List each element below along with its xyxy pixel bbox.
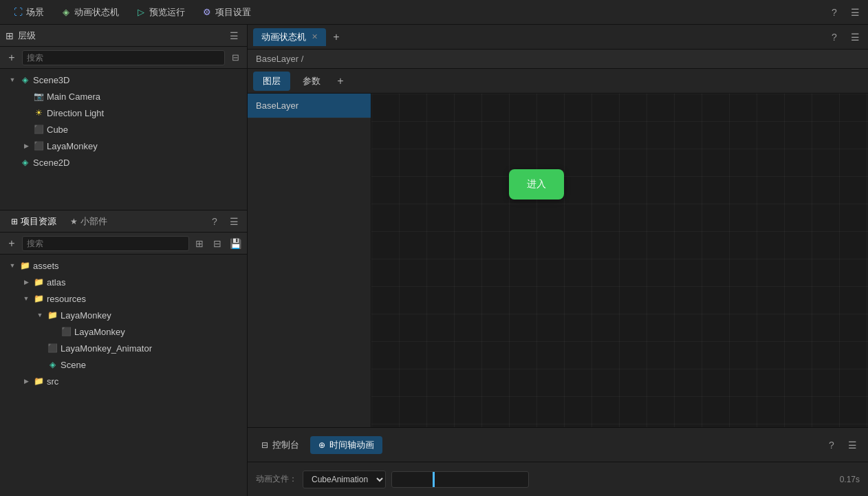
anim-menu-btn[interactable]: ☰ [847,30,862,45]
canvas-grid [371,94,868,427]
layamonkey-folder-icon: 📁 [47,310,58,321]
layamonkey-label: LayaMonkey [47,141,98,151]
bottom-right: ? ☰ [816,438,868,453]
hierarchy-menu-btn[interactable]: ☰ [226,28,241,43]
top-bar-right: ? ☰ [827,5,862,20]
layamonkey-icon: ⬛ [33,140,44,151]
hierarchy-title-text: 层级 [18,30,36,42]
project-add-btn[interactable]: + [4,236,19,251]
arrow-resources: ▼ [22,294,30,303]
scene-btn[interactable]: ⛶ 场景 [6,3,51,21]
project-search-input[interactable] [22,236,189,251]
tab-timeline[interactable]: ⊕ 时间轴动画 [310,436,382,454]
project-resources-label: 项目资源 [21,215,56,228]
project-section: ⊞ 项目资源 ★ 小部件 ? ☰ + ⊞ ⊟ 💾 [0,211,247,496]
tree-item-resources[interactable]: ▼ 📁 resources [0,290,247,307]
tree-item-scene-file[interactable]: ▶ ◈ Scene [0,356,247,373]
left-panel: ⊞ 层级 ☰ + ⊟ ▼ ◈ Scene3D [0,25,248,496]
tab-console[interactable]: ⊟ 控制台 [253,436,307,454]
tree-item-assets[interactable]: ▼ 📁 assets [0,257,247,274]
tree-item-src[interactable]: ▶ 📁 src [0,373,247,389]
breadcrumb: BaseLayer / [248,50,868,69]
main-camera-icon: 📷 [33,91,44,102]
tree-item-animator[interactable]: ▶ ⬛ LayaMonkey_Animator [0,340,247,356]
settings-btn[interactable]: ⚙ 项目设置 [195,3,258,21]
anim-add-tab-btn[interactable]: + [329,30,344,45]
project-layout-btn[interactable]: ⊟ [210,236,225,251]
tree-item-atlas[interactable]: ▶ 📁 atlas [0,274,247,290]
anim-state-icon: ◈ [61,7,72,18]
tree-item-direction-light[interactable]: ▶ ☀ Direction Light [0,105,247,121]
anim-file-select[interactable]: CubeAnimation [303,471,386,488]
tree-item-scene3d[interactable]: ▼ ◈ Scene3D [0,72,247,88]
anim-help-btn[interactable]: ? [827,30,842,45]
settings-label: 项目设置 [215,6,251,19]
menu-btn[interactable]: ☰ [847,5,862,20]
project-tree: ▼ 📁 assets ▶ 📁 atlas ▼ 📁 resources [0,255,247,496]
anim-state-btn[interactable]: ◈ 动画状态机 [54,3,126,21]
anim-state-machine-tab[interactable]: 动画状态机 ✕ [253,28,326,46]
animator-label: LayaMonkey_Animator [61,343,152,354]
timeline-bar[interactable] [391,471,529,488]
scene-file-label: Scene [61,360,86,370]
help-btn[interactable]: ? [827,5,842,20]
anim-state-label: 动画状态机 [74,6,119,19]
tree-item-main-camera[interactable]: ▶ 📷 Main Camera [0,88,247,105]
project-filter-btn[interactable]: ⊞ [192,236,207,251]
bottom-tabs: ⊟ 控制台 ⊕ 时间轴动画 [248,428,388,462]
arrow-layamonkey: ▶ [22,142,30,150]
layamonkey-file-label: LayaMonkey [74,327,125,337]
layers-tab-label: 图层 [263,76,281,86]
hierarchy-collapse-btn[interactable]: ⊟ [228,50,243,65]
tab-layers[interactable]: 图层 [253,72,290,91]
project-toolbar: + ⊞ ⊟ 💾 [0,233,247,255]
hierarchy-search-input[interactable] [22,50,225,65]
project-tabs: ⊞ 项目资源 ★ 小部件 ? ☰ [0,211,247,233]
preview-btn[interactable]: ▷ 预览运行 [129,3,192,21]
scene-file-icon: ◈ [47,359,58,370]
hierarchy-title: ⊞ 层级 [6,30,36,42]
layer-item-base[interactable]: BaseLayer [248,94,371,118]
layer-tabs: 图层 参数 + [248,69,868,94]
assets-label: assets [33,261,59,271]
arrow-layamonkey-folder: ▼ [36,311,44,319]
preview-icon: ▷ [135,7,147,18]
timeline-handle[interactable] [433,472,435,487]
timeline-bottom: 动画文件： CubeAnimation 0.17s [248,462,868,496]
scene3d-label: Scene3D [33,75,69,85]
anim-tab-close-btn[interactable]: ✕ [312,32,318,41]
console-icon: ⊟ [261,440,268,450]
bottom-area: ⊟ 控制台 ⊕ 时间轴动画 ? ☰ [248,427,868,462]
tree-item-cube[interactable]: ▶ ⬛ Cube [0,121,247,138]
tab-params[interactable]: 参数 [293,72,330,91]
tree-item-layamonkey-file[interactable]: ▶ ⬛ LayaMonkey [0,323,247,340]
layamonkey-file-icon: ⬛ [61,326,72,337]
layer-add-btn[interactable]: + [333,74,348,89]
project-save-btn[interactable]: 💾 [228,236,243,251]
hierarchy-toolbar: + ⊟ [0,47,247,69]
bottom-help-btn[interactable]: ? [824,438,839,453]
tab-project-resources[interactable]: ⊞ 项目资源 [6,213,62,230]
tree-item-layamonkey-folder[interactable]: ▼ 📁 LayaMonkey [0,307,247,323]
anim-tabs: 动画状态机 ✕ + ? ☰ [248,25,868,50]
project-menu-btn[interactable]: ☰ [226,214,241,229]
arrow-scene3d: ▼ [8,76,17,84]
tree-item-scene2d[interactable]: ▶ ◈ Scene2D [0,154,247,171]
anim-canvas[interactable]: 进入 任何状态 [371,94,868,427]
project-resources-icon: ⊞ [11,217,18,226]
widgets-label: 小部件 [80,215,107,228]
tree-item-layamonkey[interactable]: ▶ ⬛ LayaMonkey [0,138,247,154]
state-node-entry[interactable]: 进入 [509,169,564,200]
base-layer-label: BaseLayer [256,100,299,111]
scene3d-icon: ◈ [19,74,30,85]
project-help-btn[interactable]: ? [207,214,222,229]
hierarchy-header: ⊞ 层级 ☰ [0,25,247,47]
hierarchy-icon: ⊞ [6,30,14,41]
direction-light-label: Direction Light [47,108,104,118]
main-layout: ⊞ 层级 ☰ + ⊟ ▼ ◈ Scene3D [0,25,868,496]
right-panel: 动画状态机 ✕ + ? ☰ BaseLayer / 图层 参数 + [248,25,868,496]
arrow-atlas: ▶ [22,278,30,286]
hierarchy-add-btn[interactable]: + [4,50,19,65]
tab-widgets[interactable]: ★ 小部件 [65,213,113,230]
bottom-menu-btn[interactable]: ☰ [845,438,860,453]
